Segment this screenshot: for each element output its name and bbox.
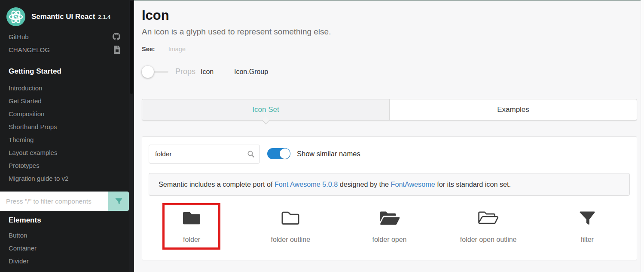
- sidebar-link-github[interactable]: GitHub: [0, 30, 129, 43]
- sidebar-item-theming[interactable]: Theming: [0, 133, 129, 146]
- icon-results-grid: folder folder outline folder open: [142, 206, 637, 244]
- component-filter: [0, 192, 129, 211]
- sidebar-scrollbar[interactable]: [129, 0, 134, 272]
- react-atom-logo-icon: S: [6, 7, 26, 27]
- folder-solid-icon: [182, 206, 201, 231]
- icon-result-folder-open-outline[interactable]: folder open outline: [439, 206, 538, 244]
- icon-result-label: folder outline: [271, 236, 310, 244]
- props-bar: Props Icon Icon.Group: [134, 65, 644, 78]
- page-title: Icon: [142, 8, 169, 23]
- tab-examples[interactable]: Examples: [390, 99, 637, 120]
- sidebar-item-layout-examples[interactable]: Layout examples: [0, 146, 129, 159]
- sidebar-scrollbar-thumb[interactable]: [130, 1, 133, 94]
- icon-result-folder-open[interactable]: folder open: [340, 206, 439, 244]
- sidebar: S Semantic UI React2.1.4 GitHub CHANGELO…: [0, 0, 134, 272]
- page-subtitle: An icon is a glyph used to represent som…: [142, 27, 331, 37]
- sidebar-section-elements: Elements: [0, 215, 129, 226]
- show-similar-names-toggle-knob[interactable]: [280, 148, 290, 159]
- props-toggle-knob[interactable]: [142, 66, 154, 78]
- sidebar-item-get-started[interactable]: Get Started: [0, 95, 129, 108]
- component-filter-button[interactable]: [108, 192, 129, 211]
- filter-icon: [579, 206, 595, 231]
- sidebar-item-shorthand-props[interactable]: Shorthand Props: [0, 121, 129, 133]
- sidebar-link-changelog[interactable]: CHANGELOG: [0, 43, 129, 56]
- font-awesome-message: Semantic includes a complete port of Fon…: [149, 173, 630, 196]
- folder-outline-icon: [281, 206, 300, 231]
- icon-result-label: folder open outline: [460, 236, 517, 244]
- icon-result-label: filter: [581, 236, 594, 244]
- icon-result-label: folder: [183, 236, 200, 244]
- folder-open-solid-icon: [378, 206, 400, 231]
- sidebar-item-composition[interactable]: Composition: [0, 108, 129, 121]
- brand-title: Semantic UI React: [31, 12, 95, 21]
- folder-open-outline-icon: [477, 206, 499, 231]
- github-icon: [113, 33, 120, 40]
- props-toggle[interactable]: [142, 65, 169, 78]
- see-link-image[interactable]: Image: [168, 46, 186, 53]
- icon-search: [149, 145, 260, 164]
- show-similar-names-toggle[interactable]: [267, 148, 290, 159]
- github-link-label: GitHub: [9, 33, 29, 40]
- sidebar-item-migration-guide[interactable]: Migration guide to v2: [0, 172, 129, 185]
- brand-version: 2.1.4: [98, 14, 110, 20]
- sidebar-item-prototypes[interactable]: Prototypes: [0, 159, 129, 172]
- sidebar-section-getting-started: Getting Started: [0, 66, 129, 77]
- sidebar-item-container[interactable]: Container: [0, 242, 129, 255]
- show-similar-names-label: Show similar names: [297, 150, 360, 158]
- icon-result-filter[interactable]: filter: [538, 206, 637, 244]
- icon-set-panel: Show similar names Semantic includes a c…: [142, 136, 637, 260]
- sidebar-item-introduction[interactable]: Introduction: [0, 82, 129, 95]
- brand[interactable]: S Semantic UI React2.1.4: [0, 0, 129, 30]
- see-also-row: See: Image: [142, 46, 186, 53]
- icon-result-folder-outline[interactable]: folder outline: [241, 206, 340, 244]
- svg-text:S: S: [14, 13, 18, 20]
- component-link-icon[interactable]: Icon: [201, 68, 214, 76]
- icon-result-label: folder open: [372, 236, 406, 244]
- see-label: See:: [142, 46, 155, 53]
- icon-result-folder[interactable]: folder: [142, 206, 241, 244]
- sidebar-item-divider[interactable]: Divider: [0, 255, 129, 268]
- props-toggle-label: Props: [175, 67, 195, 76]
- file-alt-icon: [114, 46, 120, 54]
- font-awesome-version-link[interactable]: Font Awesome 5.0.8: [275, 180, 338, 188]
- tab-menu: Icon Set Examples: [142, 99, 637, 121]
- sidebar-item-button[interactable]: Button: [0, 229, 129, 242]
- message-text: for its standard icon set.: [435, 180, 511, 188]
- search-icon: [247, 150, 255, 160]
- font-awesome-link[interactable]: FontAwesome: [391, 180, 435, 188]
- changelog-link-label: CHANGELOG: [9, 46, 50, 53]
- main-content: Icon An icon is a glyph used to represen…: [134, 0, 644, 272]
- page-scrollbar[interactable]: [641, 0, 644, 272]
- icon-search-input[interactable]: [149, 145, 260, 164]
- message-text: designed by the: [338, 180, 391, 188]
- message-text: Semantic includes a complete port of: [159, 180, 275, 188]
- component-link-icon-group[interactable]: Icon.Group: [234, 68, 268, 76]
- component-filter-input[interactable]: [0, 192, 108, 211]
- filter-icon: [115, 198, 122, 205]
